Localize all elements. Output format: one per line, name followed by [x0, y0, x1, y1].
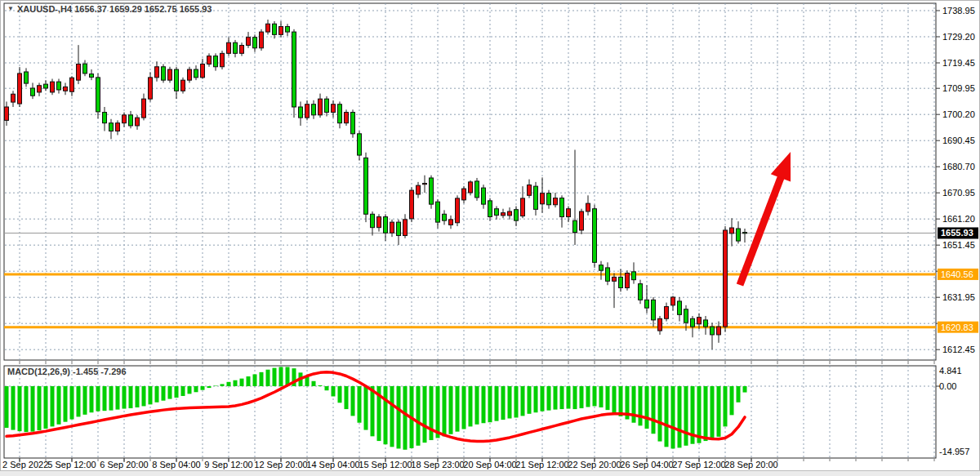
candle-body-bull: [697, 318, 702, 324]
macd-histogram-bar: [508, 386, 512, 419]
price-axis-label[interactable]: 1709.95: [942, 83, 975, 93]
price-axis-label[interactable]: 1651.45: [942, 240, 975, 250]
price-axis-label[interactable]: 1680.70: [942, 162, 975, 171]
macd-histogram-bar: [96, 386, 100, 411]
macd-histogram-bar: [619, 386, 623, 416]
candle-body-bull: [18, 73, 22, 104]
time-axis-label[interactable]: 14 Sep 04:00: [306, 460, 359, 469]
candle-body-bull: [116, 123, 120, 131]
macd-histogram-bar: [345, 386, 349, 409]
candle-body-bull: [220, 53, 225, 66]
candle: [162, 64, 166, 82]
candle-body-bull: [247, 38, 251, 46]
macd-histogram-bar: [475, 386, 479, 425]
candle: [593, 205, 597, 268]
macd-histogram-bar: [175, 386, 179, 398]
symbol-dropdown-icon[interactable]: ▼: [7, 5, 14, 12]
candle-body-bear: [338, 105, 342, 123]
macd-axis-label[interactable]: 0.00: [939, 381, 956, 391]
candle-body-bear: [175, 69, 179, 91]
macd-histogram-bar: [220, 384, 225, 386]
candle-body-bear: [325, 99, 329, 112]
macd-histogram-bar: [273, 368, 277, 386]
candle-body-bull: [305, 105, 310, 118]
candle: [475, 178, 479, 201]
time-axis-label[interactable]: 5 Sep 12:00: [47, 460, 96, 469]
macd-histogram-bar: [684, 386, 688, 446]
candle-body-bear: [710, 327, 715, 335]
candle-body-bear: [495, 209, 499, 216]
time-axis-label[interactable]: 12 Sep 20:00: [254, 460, 307, 469]
macd-histogram-bar: [599, 386, 604, 407]
macd-histogram-bar: [51, 386, 55, 426]
candle-body-bear: [639, 284, 643, 300]
price-axis-label[interactable]: 1661.20: [942, 214, 975, 224]
time-axis-label[interactable]: 27 Sep 12:00: [672, 460, 725, 469]
candle-body-bull: [260, 32, 264, 48]
candle-body-bear: [684, 309, 688, 323]
time-axis-label[interactable]: 8 Sep 04:00: [152, 460, 200, 469]
price-axis-label[interactable]: 1738.95: [942, 6, 975, 16]
price-axis-label[interactable]: 1631.95: [942, 292, 975, 302]
macd-histogram-bar: [260, 372, 264, 386]
candle-body-bull: [724, 230, 728, 327]
macd-axis-label[interactable]: 4.841: [939, 366, 962, 376]
macd-histogram-bar: [240, 379, 244, 386]
candle: [181, 78, 185, 94]
time-axis-label[interactable]: 18 Sep 23:00: [411, 460, 464, 469]
macd-axis-label[interactable]: -14.957: [939, 447, 969, 456]
macd-histogram-bar: [247, 376, 251, 386]
macd-histogram-bar: [658, 386, 662, 442]
price-axis-label[interactable]: 1729.20: [942, 32, 975, 42]
candle-body-bull: [77, 64, 81, 80]
time-axis-label[interactable]: 20 Sep 04:00: [463, 460, 516, 469]
macd-header: MACD(12,26,9) -1.455 -7.296: [7, 367, 127, 376]
price-chart-svg[interactable]: 1738.951729.201719.451709.951700.201690.…: [0, 0, 980, 476]
macd-histogram-bar: [351, 386, 355, 416]
candle-body-bear: [214, 56, 218, 67]
macd-histogram-bar: [710, 386, 715, 438]
macd-histogram-bar: [567, 386, 571, 409]
macd-histogram-bar: [109, 386, 114, 411]
time-axis-label[interactable]: 28 Sep 20:00: [724, 460, 777, 469]
candle-body-bull: [462, 189, 466, 200]
candle-body-bear: [436, 202, 440, 222]
macd-histogram-bar: [332, 386, 336, 396]
time-axis-label[interactable]: 9 Sep 12:00: [204, 460, 252, 469]
macd-histogram-bar: [671, 386, 675, 448]
macd-histogram-bar: [64, 386, 68, 422]
candle-body-bull: [541, 194, 545, 204]
support-line-label: 1620.83: [941, 323, 973, 332]
time-axis-label[interactable]: 21 Sep 12:00: [515, 460, 568, 469]
macd-histogram-bar: [554, 386, 558, 410]
candle: [220, 51, 225, 69]
candle-body-bear: [96, 78, 100, 112]
time-axis-label[interactable]: 2 Sep 2022: [2, 460, 48, 469]
time-axis-label[interactable]: 6 Sep 20:00: [100, 460, 148, 469]
time-axis-label[interactable]: 15 Sep 12:00: [359, 460, 412, 469]
price-axis-label[interactable]: 1719.45: [942, 58, 975, 68]
candle-body-bull: [11, 94, 16, 102]
macd-histogram-bar: [358, 386, 362, 423]
price-axis-label[interactable]: 1612.45: [942, 345, 975, 354]
macd-histogram-bar: [717, 386, 721, 437]
price-axis-label[interactable]: 1670.95: [942, 188, 975, 198]
time-axis-label[interactable]: 22 Sep 20:00: [568, 460, 621, 469]
candle-body-bear: [645, 300, 649, 308]
candle: [364, 153, 368, 222]
macd-histogram-bar: [514, 386, 519, 417]
price-axis-label[interactable]: 1700.20: [942, 109, 975, 119]
macd-histogram-bar: [90, 386, 94, 412]
time-axis-label[interactable]: 26 Sep 04:00: [620, 460, 673, 469]
macd-histogram-bar: [83, 386, 87, 415]
candle-body-bear: [286, 27, 290, 33]
candle-body-bull: [508, 211, 512, 216]
candle-body-bear: [109, 123, 114, 131]
candle: [626, 270, 630, 291]
candle-body-bull: [377, 217, 381, 228]
candle-body-bull: [521, 198, 525, 216]
macd-histogram-bar: [5, 386, 9, 428]
price-axis-label[interactable]: 1690.45: [942, 136, 975, 145]
candle: [345, 109, 349, 126]
macd-histogram-bar: [11, 386, 16, 430]
